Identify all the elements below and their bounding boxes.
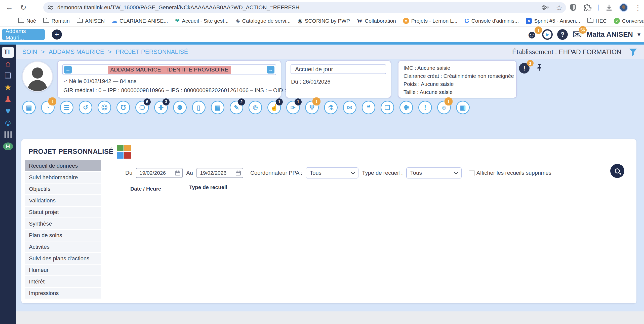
address-bar[interactable]: demonora.titanlink.eu/TW_16000/PAGE_Gene…	[43, 2, 566, 13]
shield-extension-icon[interactable]	[569, 4, 577, 12]
site-settings-icon[interactable]	[47, 5, 53, 11]
menu-plan-de-soins[interactable]: Plan de soins	[25, 230, 101, 241]
menu-activites[interactable]: Activités	[25, 241, 101, 252]
menu-synthese[interactable]: Synthèse	[25, 218, 101, 229]
bookmark-hec[interactable]: HEC	[587, 18, 607, 24]
h-logo-icon[interactable]: H	[0, 140, 16, 152]
nutrition-icon[interactable]: Ψ!	[305, 101, 319, 114]
bookmark-sprint5[interactable]: ✖Sprint #5 - Anisen...	[526, 18, 580, 24]
tutorial-play-icon[interactable]: ▶	[542, 29, 553, 40]
messages-icon[interactable]: ✉56	[572, 29, 582, 40]
breadcrumb-projet[interactable]: PROJET PERSONNALISÉ	[116, 48, 188, 55]
search-button[interactable]	[610, 164, 624, 178]
download-icon[interactable]	[605, 4, 613, 11]
protocol-document-icon[interactable]: ℗	[249, 101, 262, 114]
syringe-icon[interactable]: ✑1	[286, 101, 300, 114]
titanlink-logo[interactable]: TL	[2, 47, 14, 58]
coordinator-select[interactable]: Tous	[306, 167, 358, 178]
folder-icon[interactable]: ❒	[381, 101, 394, 114]
smiley-icon[interactable]: ☺	[0, 117, 16, 129]
satisfaction-icon[interactable]: ☻!	[526, 29, 538, 40]
smiley-icon[interactable]: ☺!	[437, 101, 451, 114]
show-deleted-checkbox[interactable]	[469, 170, 474, 176]
caregiver-icon[interactable]: ⚉	[173, 101, 187, 114]
bookmark-scoring[interactable]: ◉SCORING by PWP	[298, 18, 350, 24]
breadcrumb-soin[interactable]: SOIN	[22, 48, 37, 55]
extensions-puzzle-icon[interactable]	[583, 4, 591, 12]
bookmark-clariane[interactable]: ☁CLARIANE-ANISE...	[112, 18, 168, 24]
star-icon[interactable]: ★	[0, 81, 16, 93]
bookmark-console-admin[interactable]: GConsole d'adminis...	[464, 18, 519, 24]
bookmark-collaboration[interactable]: WCollaboration	[357, 18, 396, 24]
next-patient-button[interactable]: →	[267, 66, 274, 74]
care-heart-icon[interactable]: ♥	[0, 105, 16, 117]
ambulance-icon[interactable]: ✙	[399, 101, 413, 114]
bookmark-noe[interactable]: Noé	[18, 18, 36, 24]
browser-profile-avatar[interactable]	[619, 3, 628, 12]
bookmark-projets-lemon[interactable]: ✸Projets - Lemon L...	[403, 18, 457, 24]
exclamation-icon[interactable]: !	[418, 101, 432, 114]
menu-interet[interactable]: Intérêt	[25, 276, 101, 287]
patient-tab[interactable]: Addams Mauri...	[2, 29, 45, 40]
evaluation-gauge-icon[interactable]: ◔!	[41, 101, 55, 114]
menu-statut-projet[interactable]: Statut projet	[25, 207, 101, 218]
document-search-icon[interactable]: ❏	[0, 69, 16, 81]
calendar-icon[interactable]	[235, 170, 241, 176]
pin-icon[interactable]	[536, 64, 543, 71]
date-from-field[interactable]	[136, 168, 183, 178]
add-tab-button[interactable]: +	[52, 29, 62, 40]
user-menu[interactable]: Malta ANISEN	[587, 30, 633, 39]
care-plan-icon[interactable]: ✎2	[230, 101, 243, 114]
bookmark-star-icon[interactable]: ☆	[556, 3, 562, 12]
first-aid-icon[interactable]: ✚3	[154, 101, 168, 114]
refresh-icon[interactable]: ↻	[20, 3, 26, 12]
menu-objectifs[interactable]: Objectifs	[25, 184, 101, 194]
menu-humeur[interactable]: Humeur	[25, 265, 101, 275]
document-icon[interactable]: ☰	[60, 101, 73, 114]
menu-suivi-hebdomadaire[interactable]: Suivi hebdomadaire	[25, 172, 101, 183]
previous-patient-button[interactable]: ←	[64, 66, 72, 74]
browser-menu-icon[interactable]: ⋮	[634, 4, 641, 12]
type-select[interactable]: Tous	[406, 167, 462, 178]
bookmark-anisen[interactable]: ANISEN	[77, 18, 105, 24]
bookmark-romain[interactable]: Romain	[43, 18, 70, 24]
calendar-icon[interactable]: ▦	[211, 101, 224, 114]
breadcrumb-patient[interactable]: ADDAMS MAURICE	[49, 48, 104, 55]
calendar-icon[interactable]	[175, 170, 181, 176]
lab-tube-icon[interactable]: ⚗	[324, 101, 338, 114]
home-icon[interactable]: ⌂	[0, 58, 16, 69]
stay-card: Accueil de jour Du : 26/01/2026	[286, 60, 391, 98]
bookmark-conversations[interactable]: ✔Conversations	[614, 18, 644, 24]
filter-funnel-icon[interactable]	[629, 48, 637, 56]
menu-recueil-de-donnees[interactable]: Recueil de données	[25, 160, 101, 171]
history-icon[interactable]: ↺	[79, 101, 92, 114]
barcode-icon[interactable]	[0, 129, 16, 140]
resident-record-icon[interactable]: ▤	[22, 101, 36, 114]
globe-icon: ◉	[298, 18, 302, 24]
help-icon[interactable]: ?	[557, 29, 568, 40]
mail-report-icon[interactable]: ✉	[343, 101, 356, 114]
medication-icon[interactable]: ❍6	[135, 101, 149, 114]
resident-icon[interactable]: ♟	[0, 93, 16, 105]
back-icon[interactable]: ←	[6, 3, 13, 12]
thermometer-icon[interactable]: ▯	[192, 101, 206, 114]
alerts-button[interactable]: !2	[519, 63, 530, 74]
bookmarks-bar: Noé Romain ANISEN ☁CLARIANE-ANISE... ❤Ac…	[0, 15, 644, 27]
mood-sad-icon[interactable]: ☹	[98, 101, 111, 114]
password-key-icon[interactable]	[542, 4, 549, 11]
date-to-field[interactable]	[196, 168, 243, 178]
url-text[interactable]: demonora.titanlink.eu/TW_16000/PAGE_Gene…	[57, 4, 300, 11]
menu-impressions[interactable]: Impressions	[25, 288, 101, 299]
hand-icon[interactable]: ☝1	[267, 101, 281, 114]
bookmark-catalogue[interactable]: ◈Catalogue de servi...	[236, 18, 291, 24]
menu-suivi-plans-actions[interactable]: Suivi des plans d'actions	[25, 253, 101, 264]
bookmark-accueil[interactable]: ❤Accueil - Site gest...	[175, 18, 229, 24]
patient-photo[interactable]	[22, 61, 53, 92]
screen: ← ↻ demonora.titanlink.eu/TW_16000/PAGE_…	[0, 0, 644, 324]
chevron-down-icon[interactable]: ▾	[637, 31, 640, 38]
chat-icon[interactable]: ❝	[362, 101, 375, 114]
booklet-icon[interactable]: ▥	[456, 101, 470, 114]
stethoscope-icon[interactable]: ℧	[116, 101, 130, 114]
app-sidebar: TL ⌂ ❏ ★ ♟ ♥ ☺ H	[0, 45, 16, 324]
menu-validations[interactable]: Validations	[25, 195, 101, 206]
